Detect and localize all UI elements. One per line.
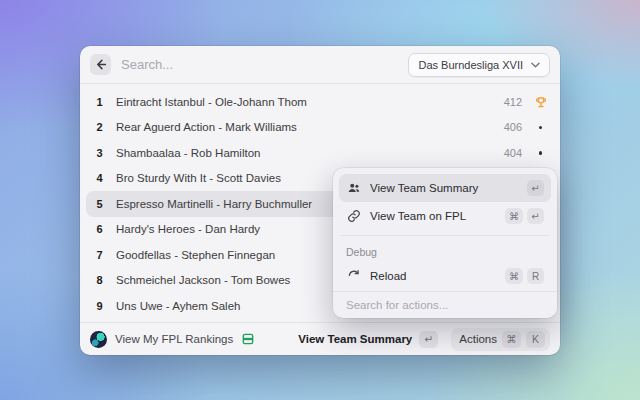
bullet-dot-icon	[539, 151, 543, 155]
team-name: Eintracht Istanbul - Ole-Johann Thom	[116, 96, 504, 108]
rank-label: 5	[93, 198, 106, 210]
table-row[interactable]: 1 Eintracht Istanbul - Ole-Johann Thom 4…	[86, 89, 554, 115]
bullet-dot-icon	[539, 126, 543, 130]
cmd-key-badge: ⌘	[505, 268, 523, 284]
rank-label: 4	[93, 172, 106, 184]
actions-label: Actions	[459, 333, 497, 345]
primary-action-label[interactable]: View Team Summary	[298, 333, 412, 345]
menu-item-label: View Team on FPL	[370, 210, 496, 222]
actions-search-input[interactable]: Search for actions...	[333, 291, 557, 318]
extension-label: View My FPL Rankings	[115, 333, 233, 345]
team-name: Shambaalaa - Rob Hamilton	[116, 147, 504, 159]
extension-chip[interactable]: View My FPL Rankings	[90, 331, 298, 348]
reload-icon	[347, 269, 361, 283]
menu-item-label: Reload	[370, 270, 496, 282]
rank-label: 8	[93, 274, 106, 286]
menu-item-reload[interactable]: Reload ⌘ R	[339, 262, 551, 290]
rank-label: 7	[93, 249, 106, 261]
rank-label: 3	[93, 147, 106, 159]
team-icon	[347, 181, 361, 195]
rank-label: 2	[93, 121, 106, 133]
chevron-down-icon	[531, 62, 540, 68]
points-value: 412	[504, 96, 522, 108]
menu-item-view-team-on-fpl[interactable]: View Team on FPL ⌘ ↵	[339, 202, 551, 230]
points-value: 404	[504, 147, 522, 159]
action-menu: View Team Summary ↵ View Team on FPL ⌘ ↵…	[333, 168, 557, 318]
rankings-list-icon	[241, 332, 255, 346]
menu-item-view-team-summary[interactable]: View Team Summary ↵	[339, 174, 551, 202]
search-input[interactable]: Search...	[121, 57, 408, 72]
actions-button[interactable]: Actions ⌘ K	[451, 328, 550, 351]
fpl-app-icon	[90, 331, 107, 348]
enter-key-badge: ↵	[419, 331, 438, 348]
search-header: Search... Das Burndesliga XVII	[80, 46, 560, 84]
rank-label: 9	[93, 300, 106, 312]
trophy-icon	[535, 96, 547, 108]
points-value: 406	[504, 121, 522, 133]
menu-divider	[341, 235, 549, 236]
r-key-badge: R	[527, 268, 544, 284]
arrow-left-icon	[95, 59, 106, 70]
menu-item-label: View Team Summary	[370, 182, 518, 194]
enter-key-badge: ↵	[527, 180, 544, 196]
cmd-key-badge: ⌘	[502, 331, 521, 348]
team-name: Rear Aguerd Action - Mark Williams	[116, 121, 504, 133]
enter-key-badge: ↵	[527, 208, 544, 224]
rank-label: 6	[93, 223, 106, 235]
back-button[interactable]	[90, 54, 111, 75]
launcher-window: Search... Das Burndesliga XVII 1 Eintrac…	[80, 46, 560, 355]
table-row[interactable]: 2 Rear Aguerd Action - Mark Williams 406	[86, 115, 554, 141]
league-dropdown-value: Das Burndesliga XVII	[418, 59, 523, 71]
k-key-badge: K	[526, 331, 545, 348]
status-bar: View My FPL Rankings View Team Summary ↵…	[80, 322, 560, 355]
table-row[interactable]: 3 Shambaalaa - Rob Hamilton 404	[86, 140, 554, 166]
menu-section-debug: Debug	[339, 241, 551, 262]
league-dropdown[interactable]: Das Burndesliga XVII	[408, 53, 550, 77]
link-icon	[347, 209, 361, 223]
cmd-key-badge: ⌘	[505, 208, 523, 224]
rank-label: 1	[93, 96, 106, 108]
